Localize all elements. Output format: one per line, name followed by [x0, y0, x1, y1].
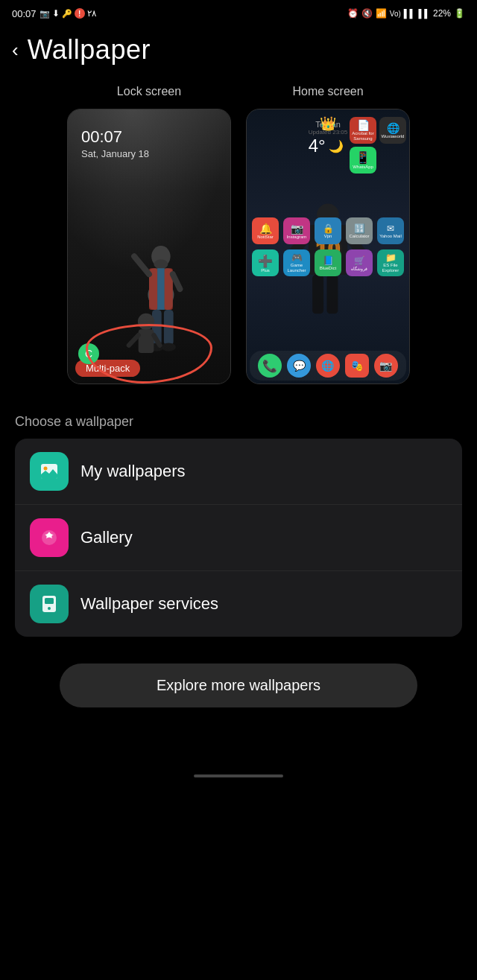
lock-screen-preview[interactable]: 00:07 Sat, January 18	[67, 109, 231, 384]
notistar-app[interactable]: 🔔 NotiStar	[252, 217, 279, 244]
home-screen-preview[interactable]: 10 10 10 👑 Tehran Updated 23:05	[246, 109, 410, 384]
spacer	[0, 730, 477, 774]
battery-text: 22%	[433, 8, 451, 19]
bottom-indicator	[0, 774, 477, 789]
moon-icon: 🌙	[329, 139, 344, 153]
gallery-icon	[30, 518, 69, 557]
back-button[interactable]: ‹	[12, 40, 19, 60]
choose-label: Choose a wallpaper	[15, 414, 462, 430]
choose-section: Choose a wallpaper My wallpapers Gall	[0, 407, 477, 649]
svg-rect-10	[164, 310, 174, 346]
wuxia-app[interactable]: 🌐 Wuxiaworld	[379, 117, 406, 144]
svg-line-8	[173, 274, 180, 289]
instagram-app[interactable]: 📷 Instagram	[283, 217, 310, 244]
svg-rect-5	[157, 268, 165, 310]
silent-icon: 🔇	[361, 8, 373, 19]
dock: 📞 💬 🌐 🎭 📷	[250, 351, 406, 381]
middle-app-row: 🔔 NotiStar 📷 Instagram 🔒 Vpn 🔢 Calculato…	[247, 217, 409, 244]
svg-point-2	[154, 259, 168, 269]
exclamation-icon: !	[75, 8, 85, 19]
game-launcher-app[interactable]: 🎮 Game Launcher	[283, 249, 310, 276]
explore-section: Explore more wallpapers	[0, 649, 477, 730]
status-time: 00:07 📷 ⬇ 🔑 ! ۲۸	[12, 8, 96, 19]
extra-dock-icon[interactable]: 🎭	[345, 354, 369, 378]
preview-area: Lock screen 00:07 Sat, January 18	[0, 77, 477, 407]
yahoo-mail-app[interactable]: ✉ Yahoo Mail	[377, 217, 404, 244]
phone-unlock-icon: C	[78, 343, 99, 364]
camera-dock-icon[interactable]: 📷	[374, 354, 398, 378]
key-icon: 🔑	[62, 9, 72, 19]
status-bar: 00:07 📷 ⬇ 🔑 ! ۲۸ ⏰ 🔇 📶 Vo) ▌▌ ▌▌ 22% 🔋	[0, 0, 477, 27]
second-app-row: ➕ Plus 🎮 Game Launcher 📘 BlueDict 🛒 فروش…	[247, 249, 409, 276]
calculator-app[interactable]: 🔢 Calculator	[346, 217, 373, 244]
home-screen-column: Home screen 10 10 10	[246, 85, 410, 384]
wallpaper-services-label: Wallpaper services	[80, 594, 218, 614]
wifi-icon: 📶	[376, 8, 387, 19]
camera-icon: 📷	[40, 9, 50, 19]
messages-dock-icon[interactable]: 💬	[287, 354, 311, 378]
svg-line-15	[129, 335, 139, 346]
lte-label: Vo)	[390, 10, 401, 18]
svg-point-12	[162, 343, 176, 351]
svg-point-27	[44, 467, 48, 471]
vpn-app[interactable]: 🔒 Vpn	[315, 217, 341, 244]
svg-line-7	[134, 256, 149, 274]
lock-screen-label: Lock screen	[117, 85, 181, 98]
chrome-dock-icon[interactable]: 🌐	[316, 354, 340, 378]
signal1-icon: ▌▌	[404, 9, 416, 18]
my-wallpapers-option[interactable]: My wallpapers	[15, 439, 462, 505]
store-app[interactable]: 🛒 فروشگاه	[346, 249, 373, 276]
explore-button[interactable]: Explore more wallpapers	[60, 664, 417, 707]
lock-time-text: 00:07	[81, 127, 149, 147]
wallpaper-services-option[interactable]: Wallpaper services	[15, 571, 462, 637]
svg-rect-24	[312, 275, 323, 314]
top-right-apps: 📄 Acrobat for Samsung 🌐 Wuxiaworld 📱 Wha…	[350, 117, 406, 174]
home-indicator-bar	[194, 774, 283, 777]
plus-app[interactable]: ➕ Plus	[252, 249, 279, 276]
lock-screen-column: Lock screen 00:07 Sat, January 18	[67, 85, 231, 384]
farsi-num-icon: ۲۸	[87, 8, 96, 19]
signal2-icon: ▌▌	[418, 9, 430, 18]
svg-rect-14	[139, 329, 154, 353]
lock-date-text: Sat, January 18	[81, 148, 149, 159]
battery-icon: 🔋	[454, 8, 465, 19]
gallery-option[interactable]: Gallery	[15, 505, 462, 571]
status-indicators: ⏰ 🔇 📶 Vo) ▌▌ ▌▌ 22% 🔋	[347, 8, 465, 19]
wallpaper-services-icon	[30, 585, 69, 623]
acrobat-app[interactable]: 📄 Acrobat for Samsung	[350, 117, 376, 144]
phone-dock-icon[interactable]: 📞	[258, 354, 282, 378]
wallpaper-options-list: My wallpapers Gallery Wallpaper servi	[15, 439, 462, 637]
alarm-icon: ⏰	[347, 8, 358, 19]
svg-point-13	[138, 313, 154, 329]
my-wallpapers-label: My wallpapers	[80, 462, 186, 481]
weather-temp: 4°	[309, 136, 326, 156]
download-icon: ⬇	[52, 8, 60, 19]
status-icons: 📷 ⬇ 🔑 ! ۲۸	[40, 8, 96, 19]
svg-rect-30	[45, 598, 54, 604]
bluedict-app[interactable]: 📘 BlueDict	[315, 249, 341, 276]
svg-point-31	[48, 607, 51, 610]
my-wallpapers-icon	[30, 452, 69, 491]
crown-icon: 👑	[320, 115, 336, 132]
home-screen-label: Home screen	[292, 85, 363, 98]
header: ‹ Wallpaper	[0, 27, 477, 77]
gallery-label: Gallery	[80, 528, 133, 547]
file-explorer-app[interactable]: 📁 ES File Explorer	[377, 249, 404, 276]
whatsapp-app[interactable]: 📱 WhatsApp	[350, 147, 376, 174]
page-title: Wallpaper	[28, 34, 151, 66]
time-display: 00:07	[12, 8, 37, 19]
svg-rect-25	[327, 275, 338, 314]
lock-screen-time: 00:07 Sat, January 18	[81, 127, 149, 159]
